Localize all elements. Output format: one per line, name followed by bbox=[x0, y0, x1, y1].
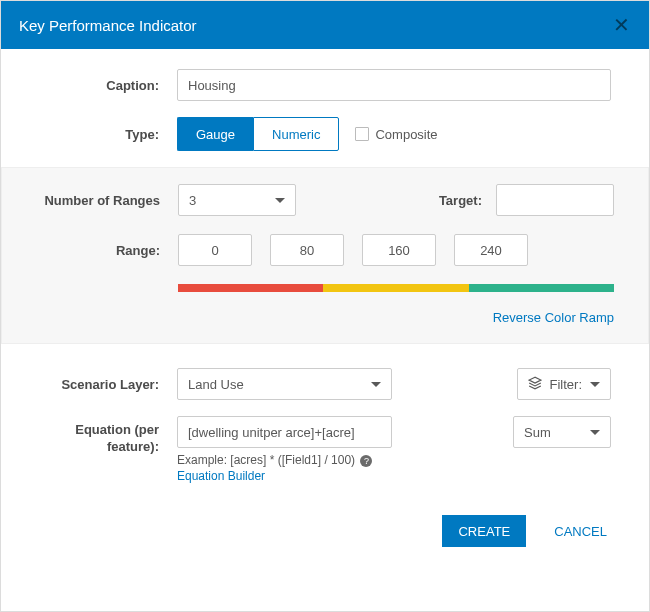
filter-button[interactable]: Filter: bbox=[517, 368, 612, 400]
dialog-footer: CREATE CANCEL bbox=[1, 507, 649, 547]
close-icon[interactable]: ✕ bbox=[611, 13, 631, 37]
range-input-3[interactable] bbox=[454, 234, 528, 266]
reverse-ramp-link[interactable]: Reverse Color Ramp bbox=[178, 310, 614, 325]
help-icon[interactable]: ? bbox=[360, 455, 372, 467]
svg-marker-0 bbox=[529, 377, 541, 383]
dialog-header: Key Performance Indicator ✕ bbox=[1, 1, 649, 49]
chevron-down-icon bbox=[371, 382, 381, 387]
ramp-segment-green bbox=[469, 284, 614, 292]
target-input[interactable] bbox=[496, 184, 614, 216]
ramp-segment-red bbox=[178, 284, 323, 292]
filter-label: Filter: bbox=[550, 377, 583, 392]
type-numeric-button[interactable]: Numeric bbox=[253, 117, 339, 151]
composite-checkbox-wrap[interactable]: Composite bbox=[355, 127, 437, 142]
caption-input[interactable] bbox=[177, 69, 611, 101]
caption-row: Caption: bbox=[23, 69, 611, 101]
type-label: Type: bbox=[23, 127, 177, 142]
color-ramp bbox=[178, 284, 614, 292]
aggregate-value: Sum bbox=[524, 425, 551, 440]
layers-icon bbox=[528, 376, 542, 392]
type-toggle: Gauge Numeric bbox=[177, 117, 339, 151]
ranges-row: Number of Ranges 3 Target: bbox=[20, 184, 614, 216]
dialog-body: Caption: Type: Gauge Numeric Composite N… bbox=[1, 49, 649, 507]
chevron-down-icon bbox=[590, 382, 600, 387]
range-input-1[interactable] bbox=[270, 234, 344, 266]
aggregate-select[interactable]: Sum bbox=[513, 416, 611, 448]
range-label: Range: bbox=[20, 243, 178, 258]
equation-builder-link[interactable]: Equation Builder bbox=[177, 469, 611, 483]
caption-label: Caption: bbox=[23, 78, 177, 93]
equation-label: Equation (per feature): bbox=[23, 416, 177, 456]
equation-row: Equation (per feature): Sum Example: [ac… bbox=[23, 416, 611, 483]
scenario-select[interactable]: Land Use bbox=[177, 368, 392, 400]
gauge-panel: Number of Ranges 3 Target: Range: bbox=[1, 167, 649, 344]
cancel-button[interactable]: CANCEL bbox=[548, 523, 613, 540]
chevron-down-icon bbox=[275, 198, 285, 203]
equation-input[interactable] bbox=[177, 416, 392, 448]
type-row: Type: Gauge Numeric Composite bbox=[23, 117, 611, 151]
type-gauge-button[interactable]: Gauge bbox=[177, 117, 253, 151]
ranges-select[interactable]: 3 bbox=[178, 184, 296, 216]
target-label: Target: bbox=[406, 193, 496, 208]
scenario-select-value: Land Use bbox=[188, 377, 244, 392]
scenario-row: Scenario Layer: Land Use Filter: bbox=[23, 368, 611, 400]
composite-label: Composite bbox=[375, 127, 437, 142]
range-row: Range: bbox=[20, 234, 614, 266]
chevron-down-icon bbox=[590, 430, 600, 435]
range-inputs bbox=[178, 234, 528, 266]
dialog-title: Key Performance Indicator bbox=[19, 17, 197, 34]
range-input-0[interactable] bbox=[178, 234, 252, 266]
checkbox-icon bbox=[355, 127, 369, 141]
ranges-select-value: 3 bbox=[189, 193, 196, 208]
scenario-label: Scenario Layer: bbox=[23, 377, 177, 392]
equation-example: Example: [acres] * ([Field1] / 100) ? bbox=[177, 453, 611, 467]
ranges-label: Number of Ranges bbox=[20, 193, 178, 208]
ramp-segment-yellow bbox=[323, 284, 468, 292]
range-input-2[interactable] bbox=[362, 234, 436, 266]
create-button[interactable]: CREATE bbox=[442, 515, 526, 547]
